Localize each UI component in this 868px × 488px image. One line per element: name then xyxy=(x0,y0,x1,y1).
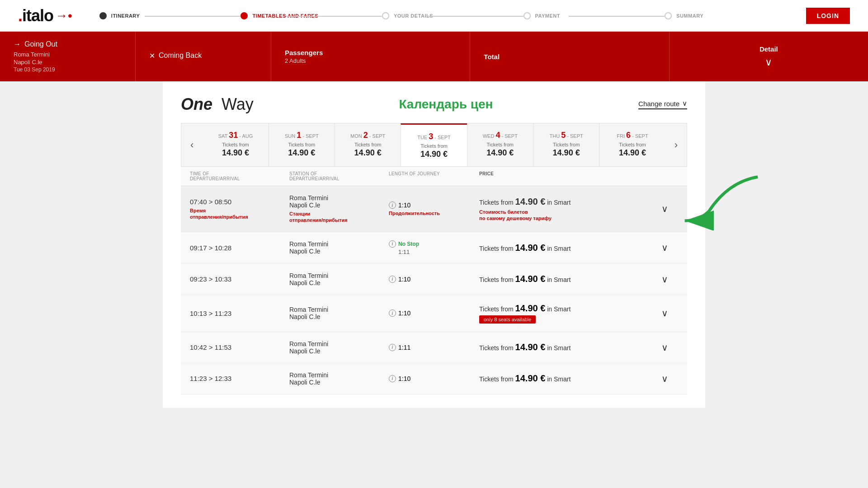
info-icon: i xyxy=(389,202,396,209)
next-date-button[interactable]: › xyxy=(665,123,687,166)
date-col-2[interactable]: MON 2 - sept Tickets from 14.90 € xyxy=(335,123,401,166)
date-selector: ‹ SAT 31 - aug Tickets from 14.90 € SUN … xyxy=(181,123,687,167)
train-row[interactable]: 11:23 > 12:33 Roma Termini Napoli C.le i… xyxy=(181,363,687,394)
station-annotation: Станцииотправления/прибытия xyxy=(289,211,389,224)
train-row[interactable]: 07:40 > 08:50 Времяотправления/прибытия … xyxy=(181,186,687,232)
step-your-details[interactable]: YOUR DETAILS xyxy=(382,12,524,19)
prev-date-button[interactable]: ‹ xyxy=(181,123,203,166)
train-time: 09:23 > 10:33 xyxy=(190,275,289,283)
logo-bird-icon: →• xyxy=(55,9,72,23)
expand-button[interactable]: ∨ xyxy=(651,342,678,353)
chevron-down-icon: ∨ xyxy=(765,56,772,68)
expand-button[interactable]: ∨ xyxy=(651,203,678,214)
train-time: 09:17 > 10:28 xyxy=(190,244,289,252)
train-duration: i 1:10 xyxy=(389,276,479,283)
train-station: Roma Termini Napoli C.le xyxy=(289,306,389,320)
col-header-expand xyxy=(651,171,678,181)
train-duration: i No Stop 1:11 xyxy=(389,240,479,255)
going-out-icon: → Going Out xyxy=(14,40,122,48)
train-row[interactable]: 09:23 > 10:33 Roma Termini Napoli C.le i… xyxy=(181,264,687,295)
train-duration: i 1:10 xyxy=(389,310,479,317)
train-time: 10:42 > 11:53 xyxy=(190,343,289,351)
step-dot-summary xyxy=(665,12,672,19)
step-payment[interactable]: PAYMENT xyxy=(524,12,665,19)
train-time: 10:13 > 11:23 xyxy=(190,310,289,317)
train-row[interactable]: 10:42 > 11:53 Roma Termini Napoli C.le i… xyxy=(181,332,687,363)
expand-button[interactable]: ∨ xyxy=(651,242,678,253)
train-price: Tickets from 14.90 € in Smart only 8 sea… xyxy=(479,303,651,324)
train-station: Roma Termini Napoli C.le xyxy=(289,240,389,255)
info-icon: i xyxy=(389,344,396,351)
time-annotation: Времяотправления/прибытия xyxy=(190,207,289,221)
step-dot-details xyxy=(382,12,389,19)
content-area: One Way Календарь цен Change route ∨ ‹ S… xyxy=(163,81,705,408)
step-label-itinerary: ITINERARY xyxy=(111,13,140,19)
logo: .italo →• xyxy=(18,6,72,25)
chevron-down-icon: ∨ xyxy=(682,99,687,108)
logo-text: .italo xyxy=(18,6,53,25)
detail-title: Detail xyxy=(760,45,778,53)
booking-header: → Going Out Roma Termini Napoli C.le Tue… xyxy=(0,32,868,81)
going-out-section[interactable]: → Going Out Roma Termini Napoli C.le Tue… xyxy=(0,32,136,81)
col-header-price: PRICE xyxy=(479,171,651,181)
col-header-station: STATION OFDEPARTURE/ARRIVAL xyxy=(289,171,389,181)
train-price: Tickets from 14.90 € in Smart xyxy=(479,342,651,352)
going-out-to: Napoli C.le xyxy=(14,59,122,66)
info-icon: i xyxy=(389,310,396,317)
calendar-title: Календарь цен xyxy=(254,97,638,112)
date-col-6[interactable]: FRI 6 - sept Tickets from 14.90 € xyxy=(599,123,665,166)
total-section: Total xyxy=(470,32,669,81)
step-itinerary[interactable]: ITINERARY xyxy=(99,12,241,19)
one-way-title: One Way xyxy=(181,95,254,114)
train-price: Tickets from 14.90 € in Smart xyxy=(479,373,651,384)
train-price: Tickets from 14.90 € in Smart xyxy=(479,243,651,253)
train-time: 07:40 > 08:50 Времяотправления/прибытия xyxy=(190,198,289,221)
detail-section[interactable]: Detail ∨ xyxy=(670,32,868,81)
step-label-details: YOUR DETAILS xyxy=(394,13,433,19)
passengers-title: Passengers xyxy=(285,49,456,56)
expand-button[interactable]: ∨ xyxy=(651,274,678,285)
date-col-0[interactable]: SAT 31 - aug Tickets from 14.90 € xyxy=(203,123,268,166)
coming-back-section[interactable]: ✕ Coming Back xyxy=(136,32,271,81)
duration-annotation: Продолжительность xyxy=(389,211,479,216)
section-header: One Way Календарь цен Change route ∨ xyxy=(181,95,687,114)
date-col-4[interactable]: WED 4 - sept Tickets from 14.90 € xyxy=(467,123,533,166)
step-dot-timetables xyxy=(241,12,248,19)
col-header-duration: LENGTH OF JOURNEY xyxy=(389,171,479,181)
going-out-from: Roma Termini xyxy=(14,51,122,58)
date-col-3[interactable]: TUE 3 - sept Tickets from 14.90 € xyxy=(401,123,467,166)
info-icon: i xyxy=(389,240,396,248)
passengers-section: Passengers 2 Adults xyxy=(271,32,470,81)
main-content: One Way Календарь цен Change route ∨ ‹ S… xyxy=(163,81,705,408)
expand-button[interactable]: ∨ xyxy=(651,308,678,319)
change-route-button[interactable]: Change route ∨ xyxy=(638,99,687,109)
passengers-value: 2 Adults xyxy=(285,57,456,64)
price-annotation: Стоимость билетовпо самому дешевому тари… xyxy=(479,209,651,222)
train-station: Roma Termini Napoli C.le Станцииотправле… xyxy=(289,194,389,224)
no-stop-badge: No Stop xyxy=(398,241,419,247)
seats-warning-badge: only 8 seats available xyxy=(479,315,536,324)
info-icon: i xyxy=(389,276,396,283)
train-time: 11:23 > 12:33 xyxy=(190,375,289,382)
train-duration: i 1:10 Продолжительность xyxy=(389,202,479,216)
step-dot-payment xyxy=(524,12,531,19)
expand-button[interactable]: ∨ xyxy=(651,373,678,384)
train-station: Roma Termini Napoli C.le xyxy=(289,371,389,386)
train-row[interactable]: 09:17 > 10:28 Roma Termini Napoli C.le i… xyxy=(181,232,687,264)
coming-back-icon: ✕ Coming Back xyxy=(149,52,257,60)
train-row[interactable]: 10:13 > 11:23 Roma Termini Napoli C.le i… xyxy=(181,295,687,332)
step-dot-itinerary xyxy=(99,12,107,19)
train-station: Roma Termini Napoli C.le xyxy=(289,272,389,286)
col-header-time: TIME OFDEPARTURE/ARRIVAL xyxy=(190,171,289,181)
train-duration: i 1:10 xyxy=(389,375,479,382)
step-timetables[interactable]: TIMETABLES AND FARES xyxy=(241,12,382,19)
date-col-5[interactable]: THU 5 - sept Tickets from 14.90 € xyxy=(533,123,599,166)
train-price: Tickets from 14.90 € in Smart Стоимость … xyxy=(479,197,651,222)
step-summary[interactable]: SUMMARY xyxy=(665,12,806,19)
train-station: Roma Termini Napoli C.le xyxy=(289,340,389,355)
coming-back-title: Coming Back xyxy=(159,52,202,60)
date-col-1[interactable]: SUN 1 - sept Tickets from 14.90 € xyxy=(269,123,335,166)
total-title: Total xyxy=(484,53,655,61)
login-button[interactable]: LOGIN xyxy=(806,8,850,24)
date-columns: SAT 31 - aug Tickets from 14.90 € SUN 1 … xyxy=(203,123,665,166)
